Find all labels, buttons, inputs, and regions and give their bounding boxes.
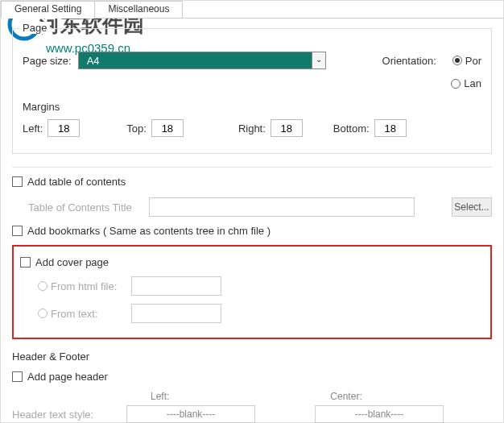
orientation-landscape-radio[interactable]: Lan bbox=[451, 77, 481, 89]
add-bookmarks-label: Add bookmarks ( Same as contents tree in… bbox=[27, 225, 271, 237]
tab-bar: General Setting Miscellaneous bbox=[1, 1, 503, 19]
add-toc-label: Add table of contents bbox=[27, 176, 126, 188]
page-group: Page Page size: A4 ⌄ Orientation: Por La… bbox=[12, 28, 492, 154]
tab-misc[interactable]: Miscellaneous bbox=[94, 1, 183, 18]
margin-right-input[interactable] bbox=[271, 119, 303, 137]
checkbox-icon bbox=[12, 176, 23, 187]
radio-icon bbox=[452, 56, 462, 65]
divider bbox=[12, 167, 492, 168]
settings-panel: 河东软件园 www.pc0359.cn General Setting Misc… bbox=[0, 0, 504, 423]
add-bookmarks-row[interactable]: Add bookmarks ( Same as contents tree in… bbox=[12, 225, 492, 237]
checkbox-icon bbox=[20, 257, 31, 267]
page-size-value: A4 bbox=[78, 52, 312, 69]
page-size-dropdown[interactable]: A4 ⌄ bbox=[78, 52, 326, 69]
checkbox-icon bbox=[12, 371, 23, 382]
toc-title-input[interactable] bbox=[149, 197, 415, 217]
header-left-input[interactable]: ----blank---- bbox=[126, 405, 255, 423]
cover-html-input[interactable] bbox=[131, 276, 221, 296]
orientation-label: Orientation: bbox=[382, 55, 436, 67]
radio-icon bbox=[451, 79, 461, 89]
margin-left-label: Left: bbox=[23, 122, 43, 135]
radio-icon bbox=[38, 281, 48, 291]
cover-from-text-radio[interactable]: From text: bbox=[38, 304, 484, 323]
cover-from-html-radio[interactable]: From html file: bbox=[38, 276, 484, 296]
add-cover-label: Add cover page bbox=[35, 256, 109, 268]
margin-left-input[interactable] bbox=[48, 119, 80, 137]
tab-content: Page Page size: A4 ⌄ Orientation: Por La… bbox=[1, 19, 503, 423]
margin-right-label: Right: bbox=[238, 122, 266, 135]
add-cover-row[interactable]: Add cover page bbox=[20, 256, 484, 268]
radio-icon bbox=[38, 309, 48, 318]
header-footer-section: Header & Footer Add page header Left: Ce… bbox=[12, 350, 492, 423]
orientation-portrait-radio[interactable]: Por bbox=[452, 55, 481, 67]
add-page-header-row[interactable]: Add page header bbox=[12, 371, 492, 383]
margin-bottom-label: Bottom: bbox=[333, 122, 370, 135]
header-center-input[interactable]: ----blank---- bbox=[315, 405, 444, 423]
hf-center-col: Center: bbox=[330, 391, 361, 402]
hf-title: Header & Footer bbox=[12, 350, 492, 363]
margin-top-input[interactable] bbox=[151, 119, 184, 137]
page-size-label: Page size: bbox=[23, 55, 72, 67]
chevron-down-icon[interactable]: ⌄ bbox=[312, 52, 326, 69]
cover-highlight-box: Add cover page From html file: From text… bbox=[12, 245, 492, 339]
checkbox-icon bbox=[12, 226, 23, 236]
select-button[interactable]: Select... bbox=[452, 197, 492, 217]
margins-label: Margins bbox=[23, 101, 481, 113]
margin-bottom-input[interactable] bbox=[374, 119, 407, 137]
toc-title-label: Table of Contents Title bbox=[28, 201, 149, 214]
margin-top-label: Top: bbox=[126, 122, 147, 135]
tab-general[interactable]: General Setting bbox=[1, 1, 95, 19]
header-style-label: Header text style: bbox=[12, 408, 117, 421]
add-page-header-label: Add page header bbox=[27, 371, 108, 383]
cover-from-html-label: From html file: bbox=[51, 280, 131, 292]
add-toc-row[interactable]: Add table of contents bbox=[12, 176, 492, 188]
page-group-title: Page bbox=[19, 22, 50, 34]
cover-text-input[interactable] bbox=[131, 304, 221, 323]
cover-from-text-label: From text: bbox=[51, 308, 131, 320]
hf-left-col: Left: bbox=[151, 391, 169, 402]
